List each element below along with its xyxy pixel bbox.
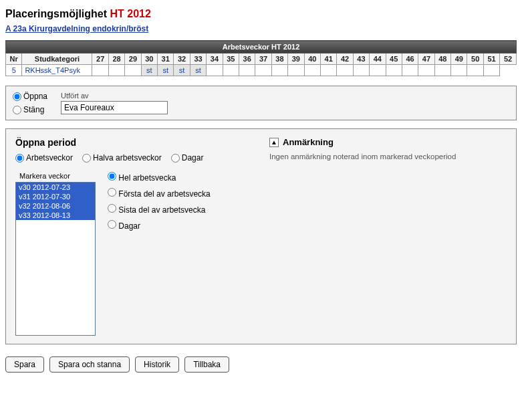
- collapse-icon[interactable]: ▲: [269, 138, 279, 147]
- annotation-text: Ingen anmärkning noterad inom markerad v…: [269, 152, 507, 161]
- weeks-table: Arbetsveckor HT 2012 Nr Studkategori 27 …: [5, 40, 517, 76]
- col-studkat: Studkategori: [22, 54, 92, 65]
- mode-dagar[interactable]: Dagar: [171, 153, 204, 163]
- list-item[interactable]: v31 2012-07-30: [16, 192, 95, 201]
- table-row: 5 RKHssk_T4Psyk st st st st: [6, 65, 517, 76]
- list-item[interactable]: v30 2012-07-23: [16, 183, 95, 192]
- department-link[interactable]: A 23a Kirurgavdelning endokrin/bröst: [5, 24, 148, 33]
- back-button[interactable]: Tillbaka: [184, 356, 229, 373]
- main-panel: Öppna period Arbetsveckor Halva arbetsve…: [5, 128, 517, 344]
- open-period-title: Öppna period: [15, 137, 243, 148]
- close-radio[interactable]: Stäng: [13, 105, 47, 114]
- row-nr[interactable]: 5: [6, 65, 22, 76]
- weeks-table-header: Arbetsveckor HT 2012: [6, 41, 517, 54]
- page-title-term: HT 2012: [110, 8, 151, 19]
- weeks-listbox[interactable]: v30 2012-07-23 v31 2012-07-30 v32 2012-0…: [15, 182, 96, 336]
- button-row: Spara Spara och stanna Historik Tillbaka: [5, 356, 517, 373]
- page-title: Placeringsmöjlighet HT 2012: [5, 8, 517, 20]
- sub-sista[interactable]: Sista del av arbetsvecka: [108, 204, 211, 215]
- performed-by-input[interactable]: [61, 101, 168, 114]
- save-stay-button[interactable]: Spara och stanna: [49, 356, 130, 373]
- open-close-panel: Öppna Stäng Utfört av: [5, 86, 517, 120]
- mark-weeks-label: Markera veckor: [19, 172, 96, 180]
- list-item[interactable]: v32 2012-08-06: [16, 201, 95, 211]
- page-title-prefix: Placeringsmöjlighet: [5, 8, 107, 19]
- col-nr: Nr: [6, 54, 22, 65]
- performed-by-label: Utfört av: [61, 92, 168, 100]
- save-button[interactable]: Spara: [5, 356, 44, 373]
- weeks-table-col-row: Nr Studkategori 27 28 29 30 31 32 33 34 …: [6, 54, 517, 65]
- sub-dagar[interactable]: Dagar: [108, 220, 211, 231]
- history-button[interactable]: Historik: [135, 356, 179, 373]
- sub-hel[interactable]: Hel arbetsvecka: [108, 172, 211, 183]
- mode-halva[interactable]: Halva arbetsveckor: [82, 153, 162, 163]
- row-studkat[interactable]: RKHssk_T4Psyk: [22, 65, 92, 76]
- open-radio[interactable]: Öppna: [13, 92, 47, 101]
- mode-arbetsveckor[interactable]: Arbetsveckor: [15, 153, 73, 163]
- annotation-title: Anmärkning: [283, 137, 334, 147]
- list-item[interactable]: v33 2012-08-13: [16, 211, 95, 220]
- sub-forsta[interactable]: Första del av arbetsvecka: [108, 188, 211, 199]
